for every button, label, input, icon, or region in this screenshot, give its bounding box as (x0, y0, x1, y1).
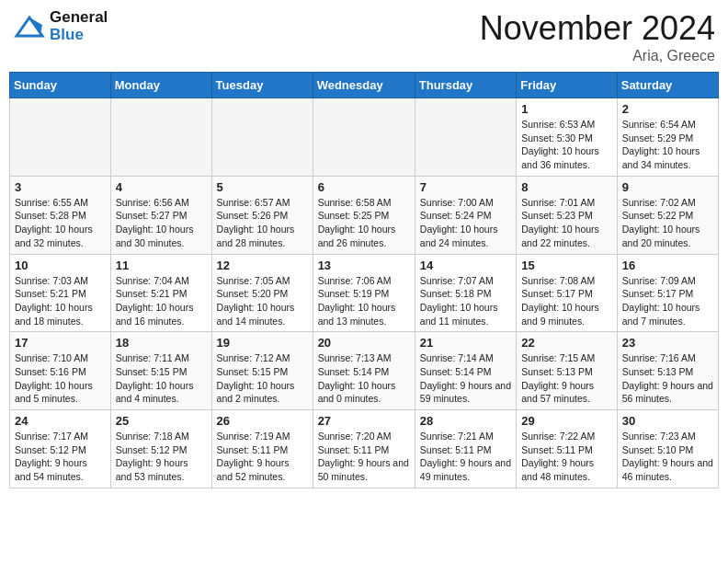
calendar-cell: 29Sunrise: 7:22 AM Sunset: 5:11 PM Dayli… (517, 410, 618, 488)
day-number: 10 (15, 259, 106, 272)
calendar-cell: 9Sunrise: 7:02 AM Sunset: 5:22 PM Daylig… (617, 176, 718, 254)
calendar-cell: 12Sunrise: 7:05 AM Sunset: 5:20 PM Dayli… (211, 254, 313, 332)
day-number: 18 (116, 336, 207, 350)
cell-info: Sunrise: 7:03 AM Sunset: 5:21 PM Dayligh… (15, 274, 106, 328)
calendar-cell: 8Sunrise: 7:01 AM Sunset: 5:23 PM Daylig… (517, 176, 618, 254)
cell-info: Sunrise: 7:15 AM Sunset: 5:13 PM Dayligh… (521, 351, 612, 406)
day-number: 29 (521, 414, 612, 428)
cell-info: Sunrise: 6:55 AM Sunset: 5:28 PM Dayligh… (15, 196, 106, 250)
day-number: 25 (116, 414, 207, 428)
calendar-header-row: SundayMondayTuesdayWednesdayThursdayFrid… (10, 73, 719, 98)
col-header-saturday: Saturday (617, 73, 718, 98)
page-header: General Blue November 2024 Aria, Greece (9, 9, 719, 64)
cell-info: Sunrise: 7:12 AM Sunset: 5:15 PM Dayligh… (217, 351, 308, 406)
day-number: 12 (217, 259, 308, 272)
calendar-cell: 25Sunrise: 7:18 AM Sunset: 5:12 PM Dayli… (110, 410, 211, 488)
calendar-cell: 13Sunrise: 7:06 AM Sunset: 5:19 PM Dayli… (313, 254, 415, 332)
calendar-cell: 3Sunrise: 6:55 AM Sunset: 5:28 PM Daylig… (10, 176, 111, 254)
cell-info: Sunrise: 7:00 AM Sunset: 5:24 PM Dayligh… (420, 196, 511, 250)
cell-info: Sunrise: 7:08 AM Sunset: 5:17 PM Dayligh… (521, 274, 612, 328)
calendar-cell: 18Sunrise: 7:11 AM Sunset: 5:15 PM Dayli… (110, 332, 211, 410)
calendar-table: SundayMondayTuesdayWednesdayThursdayFrid… (9, 72, 719, 488)
cell-info: Sunrise: 6:54 AM Sunset: 5:29 PM Dayligh… (622, 118, 713, 172)
day-number: 4 (116, 180, 207, 194)
day-number: 2 (622, 102, 713, 116)
calendar-cell: 10Sunrise: 7:03 AM Sunset: 5:21 PM Dayli… (10, 254, 111, 332)
calendar-cell: 4Sunrise: 6:56 AM Sunset: 5:27 PM Daylig… (110, 176, 211, 254)
title-area: November 2024 Aria, Greece (480, 9, 715, 64)
cell-info: Sunrise: 7:21 AM Sunset: 5:11 PM Dayligh… (420, 430, 511, 484)
cell-info: Sunrise: 7:05 AM Sunset: 5:20 PM Dayligh… (217, 274, 308, 328)
calendar-cell: 19Sunrise: 7:12 AM Sunset: 5:15 PM Dayli… (211, 332, 313, 410)
day-number: 13 (318, 259, 410, 272)
cell-info: Sunrise: 7:14 AM Sunset: 5:14 PM Dayligh… (420, 351, 511, 406)
col-header-monday: Monday (110, 73, 211, 98)
logo-general: General (50, 8, 108, 26)
day-number: 24 (15, 414, 106, 428)
calendar-week-5: 24Sunrise: 7:17 AM Sunset: 5:12 PM Dayli… (10, 410, 719, 488)
cell-info: Sunrise: 7:10 AM Sunset: 5:16 PM Dayligh… (15, 351, 106, 406)
day-number: 21 (420, 336, 511, 350)
day-number: 23 (622, 336, 713, 350)
calendar-cell: 14Sunrise: 7:07 AM Sunset: 5:18 PM Dayli… (415, 254, 516, 332)
day-number: 28 (420, 414, 511, 428)
calendar-cell (110, 98, 211, 177)
cell-info: Sunrise: 7:22 AM Sunset: 5:11 PM Dayligh… (521, 430, 612, 484)
calendar-cell: 2Sunrise: 6:54 AM Sunset: 5:29 PM Daylig… (617, 98, 718, 177)
day-number: 14 (420, 259, 511, 272)
col-header-tuesday: Tuesday (211, 73, 313, 98)
cell-info: Sunrise: 7:17 AM Sunset: 5:12 PM Dayligh… (15, 430, 106, 484)
col-header-sunday: Sunday (10, 73, 111, 98)
calendar-cell: 5Sunrise: 6:57 AM Sunset: 5:26 PM Daylig… (211, 176, 313, 254)
logo-icon (13, 10, 46, 43)
cell-info: Sunrise: 7:19 AM Sunset: 5:11 PM Dayligh… (217, 430, 308, 484)
calendar-week-4: 17Sunrise: 7:10 AM Sunset: 5:16 PM Dayli… (10, 332, 719, 410)
logo: General Blue (13, 9, 108, 43)
day-number: 27 (318, 414, 410, 428)
cell-info: Sunrise: 7:01 AM Sunset: 5:23 PM Dayligh… (521, 196, 612, 250)
cell-info: Sunrise: 7:13 AM Sunset: 5:14 PM Dayligh… (318, 351, 410, 406)
calendar-cell: 22Sunrise: 7:15 AM Sunset: 5:13 PM Dayli… (517, 332, 618, 410)
day-number: 11 (116, 259, 207, 272)
cell-info: Sunrise: 7:11 AM Sunset: 5:15 PM Dayligh… (116, 351, 207, 406)
cell-info: Sunrise: 7:04 AM Sunset: 5:21 PM Dayligh… (116, 274, 207, 328)
cell-info: Sunrise: 7:07 AM Sunset: 5:18 PM Dayligh… (420, 274, 511, 328)
month-title: November 2024 (480, 9, 715, 48)
day-number: 15 (521, 259, 612, 272)
day-number: 30 (622, 414, 713, 428)
calendar-cell: 20Sunrise: 7:13 AM Sunset: 5:14 PM Dayli… (313, 332, 415, 410)
cell-info: Sunrise: 7:20 AM Sunset: 5:11 PM Dayligh… (318, 430, 410, 484)
col-header-friday: Friday (517, 73, 618, 98)
calendar-cell: 16Sunrise: 7:09 AM Sunset: 5:17 PM Dayli… (617, 254, 718, 332)
calendar-cell: 26Sunrise: 7:19 AM Sunset: 5:11 PM Dayli… (211, 410, 313, 488)
calendar-cell: 7Sunrise: 7:00 AM Sunset: 5:24 PM Daylig… (415, 176, 516, 254)
cell-info: Sunrise: 7:09 AM Sunset: 5:17 PM Dayligh… (622, 274, 713, 328)
day-number: 3 (15, 180, 106, 194)
calendar-cell: 6Sunrise: 6:58 AM Sunset: 5:25 PM Daylig… (313, 176, 415, 254)
day-number: 7 (420, 180, 511, 194)
cell-info: Sunrise: 7:18 AM Sunset: 5:12 PM Dayligh… (116, 430, 207, 484)
col-header-thursday: Thursday (415, 73, 516, 98)
calendar-week-2: 3Sunrise: 6:55 AM Sunset: 5:28 PM Daylig… (10, 176, 719, 254)
day-number: 20 (318, 336, 410, 350)
day-number: 5 (217, 180, 308, 194)
day-number: 1 (521, 102, 612, 116)
day-number: 8 (521, 180, 612, 194)
calendar-cell: 17Sunrise: 7:10 AM Sunset: 5:16 PM Dayli… (10, 332, 111, 410)
day-number: 6 (318, 180, 410, 194)
calendar-cell: 21Sunrise: 7:14 AM Sunset: 5:14 PM Dayli… (415, 332, 516, 410)
cell-info: Sunrise: 7:02 AM Sunset: 5:22 PM Dayligh… (622, 196, 713, 250)
calendar-cell: 23Sunrise: 7:16 AM Sunset: 5:13 PM Dayli… (617, 332, 718, 410)
calendar-cell: 11Sunrise: 7:04 AM Sunset: 5:21 PM Dayli… (110, 254, 211, 332)
calendar-cell (10, 98, 111, 177)
cell-info: Sunrise: 7:16 AM Sunset: 5:13 PM Dayligh… (622, 351, 713, 406)
calendar-cell: 28Sunrise: 7:21 AM Sunset: 5:11 PM Dayli… (415, 410, 516, 488)
cell-info: Sunrise: 6:57 AM Sunset: 5:26 PM Dayligh… (217, 196, 308, 250)
col-header-wednesday: Wednesday (313, 73, 415, 98)
calendar-cell: 1Sunrise: 6:53 AM Sunset: 5:30 PM Daylig… (517, 98, 618, 177)
calendar-cell: 15Sunrise: 7:08 AM Sunset: 5:17 PM Dayli… (517, 254, 618, 332)
calendar-cell: 30Sunrise: 7:23 AM Sunset: 5:10 PM Dayli… (617, 410, 718, 488)
day-number: 17 (15, 336, 106, 350)
calendar-cell: 24Sunrise: 7:17 AM Sunset: 5:12 PM Dayli… (10, 410, 111, 488)
location: Aria, Greece (480, 48, 715, 64)
